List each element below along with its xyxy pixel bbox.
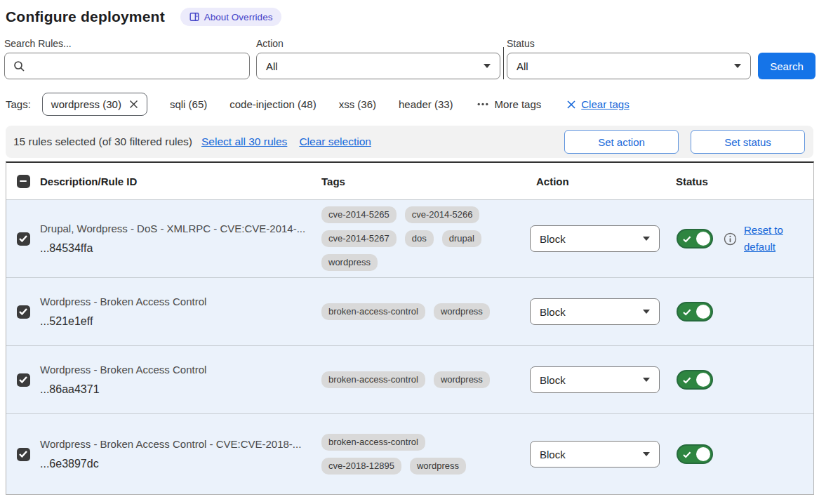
table-row: Wordpress - Broken Access Control ...521… bbox=[6, 277, 813, 345]
chevron-down-icon bbox=[643, 452, 650, 456]
about-overrides-badge[interactable]: About Overrides bbox=[180, 8, 282, 26]
reset-to-default-link[interactable]: Reset to default bbox=[744, 222, 790, 256]
status-toggle[interactable] bbox=[677, 444, 713, 464]
selection-summary: 15 rules selected (of 30 filtered rules) bbox=[13, 135, 192, 148]
ellipsis-icon bbox=[477, 102, 488, 106]
page-header: Configure deployment About Overrides bbox=[0, 0, 819, 26]
column-header-status: Status bbox=[667, 175, 813, 187]
clear-x-icon bbox=[566, 100, 576, 110]
tag-pill: cve-2018-12895 bbox=[321, 458, 401, 475]
set-status-button[interactable]: Set status bbox=[691, 130, 805, 154]
status-toggle[interactable] bbox=[677, 370, 713, 390]
status-toggle[interactable] bbox=[677, 229, 713, 248]
tag-pill: wordpress bbox=[321, 254, 378, 271]
tags-bar: Tags: wordpress (30) sqli (65) code-inje… bbox=[6, 93, 819, 116]
action-filter-value: All bbox=[266, 60, 278, 72]
rule-tags: broken-access-control wordpress bbox=[319, 371, 503, 388]
search-rules-input[interactable] bbox=[25, 53, 249, 79]
book-icon bbox=[189, 12, 199, 22]
tag-pill: cve-2014-5266 bbox=[405, 206, 480, 223]
rule-description: Wordpress - Broken Access Control bbox=[40, 364, 319, 376]
toggle-knob bbox=[696, 447, 710, 461]
tag-pill: cve-2014-5265 bbox=[321, 206, 397, 223]
tag-pill: wordpress bbox=[434, 303, 490, 320]
rule-id: ...6e3897dc bbox=[40, 458, 319, 470]
row-checkbox[interactable] bbox=[17, 448, 30, 461]
rule-id: ...84534ffa bbox=[40, 242, 319, 255]
action-filter-label: Action bbox=[256, 38, 500, 49]
toggle-knob bbox=[696, 373, 710, 387]
rules-table: Description/Rule ID Tags Action Status D… bbox=[6, 161, 814, 495]
action-select[interactable]: Block bbox=[530, 366, 660, 393]
action-value: Block bbox=[540, 449, 566, 460]
action-filter-select[interactable]: All bbox=[256, 53, 500, 79]
column-header-tags: Tags bbox=[319, 175, 528, 187]
chevron-down-icon bbox=[643, 237, 650, 241]
clear-tags-button[interactable]: Clear tags bbox=[566, 98, 629, 110]
tag-pill: wordpress bbox=[410, 458, 466, 475]
close-icon[interactable] bbox=[129, 100, 138, 109]
tag-option-sqli[interactable]: sqli (65) bbox=[170, 98, 207, 110]
chevron-down-icon bbox=[643, 378, 650, 382]
more-tags-button[interactable]: More tags bbox=[477, 98, 542, 110]
tag-pill: dos bbox=[405, 230, 434, 247]
column-header-action: Action bbox=[528, 175, 667, 187]
row-checkbox[interactable] bbox=[17, 232, 30, 246]
chevron-down-icon bbox=[734, 64, 741, 68]
status-filter-select[interactable]: All bbox=[507, 53, 751, 79]
clear-tags-label: Clear tags bbox=[581, 98, 629, 110]
tag-pill: wordpress bbox=[434, 371, 490, 388]
tag-pill: cve-2014-5267 bbox=[321, 230, 397, 247]
action-select[interactable]: Block bbox=[530, 441, 660, 467]
clear-selection-link[interactable]: Clear selection bbox=[299, 135, 371, 148]
status-filter-label: Status bbox=[507, 38, 751, 49]
tag-pill: broken-access-control bbox=[321, 371, 425, 388]
row-checkbox[interactable] bbox=[17, 373, 30, 387]
tags-label: Tags: bbox=[6, 98, 31, 110]
selected-tag-label: wordpress (30) bbox=[51, 98, 121, 110]
more-tags-label: More tags bbox=[495, 98, 542, 110]
action-select[interactable]: Block bbox=[530, 225, 660, 252]
search-rules-label: Search Rules... bbox=[4, 38, 250, 49]
tag-option-xss[interactable]: xss (36) bbox=[339, 98, 376, 110]
table-row: Wordpress - Broken Access Control ...86a… bbox=[6, 345, 813, 413]
action-select[interactable]: Block bbox=[530, 298, 660, 325]
column-header-description: Description/Rule ID bbox=[40, 175, 319, 187]
select-all-checkbox[interactable] bbox=[17, 175, 30, 188]
rule-id: ...521e1eff bbox=[40, 315, 319, 328]
table-row: Drupal, Wordpress - DoS - XMLRPC - CVE:C… bbox=[6, 199, 813, 277]
selected-tag-chip-wordpress[interactable]: wordpress (30) bbox=[42, 93, 147, 116]
filter-row: Search Rules... Action All Status bbox=[4, 38, 819, 79]
search-button[interactable]: Search bbox=[758, 53, 815, 79]
info-icon[interactable] bbox=[724, 232, 737, 246]
tag-pill: broken-access-control bbox=[321, 434, 425, 451]
search-rules-inputbox bbox=[4, 53, 250, 79]
tag-option-header[interactable]: header (33) bbox=[399, 98, 453, 110]
tag-option-code-injection[interactable]: code-injection (48) bbox=[229, 98, 316, 110]
action-value: Block bbox=[540, 374, 566, 386]
select-all-link[interactable]: Select all 30 rules bbox=[201, 135, 287, 148]
rule-tags: broken-access-control wordpress bbox=[319, 303, 503, 320]
table-header-row: Description/Rule ID Tags Action Status bbox=[6, 163, 813, 199]
rule-description: Drupal, Wordpress - DoS - XMLRPC - CVE:C… bbox=[40, 223, 319, 234]
selection-bar: 15 rules selected (of 30 filtered rules)… bbox=[6, 126, 813, 158]
tag-pill: drupal bbox=[442, 230, 481, 247]
rule-description: Wordpress - Broken Access Control bbox=[40, 296, 319, 307]
action-value: Block bbox=[540, 233, 566, 245]
table-row: Wordpress - Broken Access Control - CVE:… bbox=[6, 413, 813, 494]
chevron-down-icon bbox=[484, 64, 491, 68]
toggle-knob bbox=[696, 232, 710, 246]
chevron-down-icon bbox=[643, 310, 650, 314]
rule-tags: cve-2014-5265 cve-2014-5266 cve-2014-526… bbox=[319, 206, 503, 272]
toggle-knob bbox=[696, 305, 710, 319]
status-filter-value: All bbox=[517, 60, 528, 72]
action-value: Block bbox=[540, 306, 566, 318]
rule-tags: broken-access-control cve-2018-12895 wor… bbox=[319, 434, 503, 475]
configure-deployment-page: Configure deployment About Overrides Sea… bbox=[0, 0, 819, 504]
status-toggle[interactable] bbox=[677, 302, 713, 321]
page-title: Configure deployment bbox=[6, 8, 165, 25]
row-checkbox[interactable] bbox=[17, 305, 30, 319]
set-action-button[interactable]: Set action bbox=[564, 130, 679, 154]
search-icon bbox=[5, 60, 25, 72]
rule-description: Wordpress - Broken Access Control - CVE:… bbox=[40, 438, 319, 450]
